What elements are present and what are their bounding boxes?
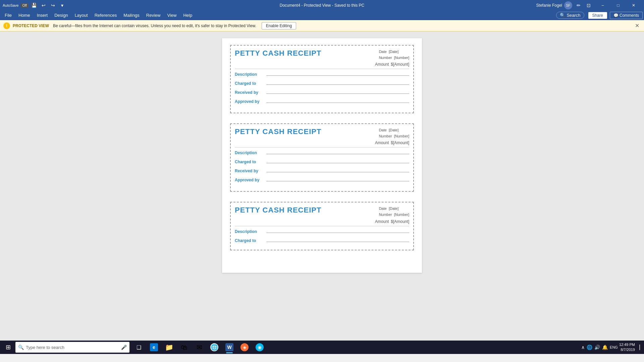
field-charged-3: Charged to <box>235 237 409 243</box>
menu-help[interactable]: Help <box>180 11 196 19</box>
amount-label-1: Amount <box>375 62 389 67</box>
store-icon: 🛍 <box>180 343 188 351</box>
number-label-3: Number <box>379 212 392 218</box>
menu-view[interactable]: View <box>164 11 180 19</box>
receipt-3-title: PETTY CASH RECEIPT <box>235 206 321 215</box>
receipt-2-amount: Amount $[Amount] <box>235 140 409 147</box>
approved-label-2: Approved by <box>235 178 265 182</box>
receipt-3: PETTY CASH RECEIPT Date [Date] Number [N… <box>230 202 414 250</box>
description-label-3: Description <box>235 229 265 234</box>
date-label-1: Date <box>379 49 387 55</box>
start-button[interactable]: ⊞ <box>1 341 15 354</box>
microphone-icon: 🎤 <box>121 345 127 350</box>
task-view-btn[interactable]: ❑ <box>131 341 146 354</box>
number-label-1: Number <box>379 55 392 61</box>
enable-editing-button[interactable]: Enable Editing <box>262 22 296 29</box>
chrome-icon: 🌐 <box>210 343 218 351</box>
charged-line-2 <box>266 159 409 163</box>
title-bar: AutoSave Off 💾 ↩ ↪ ▾ Document4 - Protect… <box>0 0 644 11</box>
comments-button[interactable]: 💬 Comments <box>610 12 643 19</box>
redo-icon[interactable]: ↪ <box>49 2 57 9</box>
word-btn[interactable]: W <box>222 341 237 354</box>
time-display: 12:49 PM <box>619 342 635 347</box>
protected-message: Be careful—files from the Internet can c… <box>53 23 256 28</box>
received-label-1: Received by <box>235 90 265 95</box>
protected-close-button[interactable]: ✕ <box>634 22 641 29</box>
description-line-3 <box>266 228 409 233</box>
description-line-1 <box>266 71 409 76</box>
field-description-2: Description <box>235 149 409 155</box>
taskbar-search-box[interactable]: 🔍 Type here to search 🎤 <box>15 342 129 353</box>
receipt-1-title: PETTY CASH RECEIPT <box>235 49 321 58</box>
receipt-1-header: PETTY CASH RECEIPT Date [Date] Number [N… <box>235 49 409 61</box>
menu-bar: File Home Insert Design Layout Reference… <box>0 11 644 20</box>
receipt-3-meta: Date [Date] Number [Number] <box>379 206 409 218</box>
clock[interactable]: 12:49 PM 8/7/2019 <box>619 342 635 353</box>
volume-icon[interactable]: 🔊 <box>594 345 600 350</box>
menu-file[interactable]: File <box>1 11 15 19</box>
amount-value-1: $[Amount] <box>391 62 409 67</box>
notification-icon[interactable]: 🔔 <box>602 345 608 350</box>
restore-button[interactable]: □ <box>610 0 626 11</box>
charged-line-3 <box>266 237 409 242</box>
save-icon[interactable]: 💾 <box>31 2 38 9</box>
explorer-icon: 📁 <box>165 343 173 351</box>
minimize-button[interactable]: – <box>595 0 610 11</box>
date-value-3: [Date] <box>389 206 398 212</box>
date-display: 8/7/2019 <box>619 347 635 352</box>
number-label-2: Number <box>379 133 392 139</box>
taskbar: ⊞ 🔍 Type here to search 🎤 ❑ e 📁 🛍 ✉ 🌐 W … <box>0 341 644 354</box>
menu-mailings[interactable]: Mailings <box>120 11 143 19</box>
field-approved-1: Approved by <box>235 98 409 104</box>
charged-label-3: Charged to <box>235 238 265 243</box>
edge-btn[interactable]: e <box>147 341 161 354</box>
taskbar-right: ∧ 🌐 🔊 🔔 ENG 12:49 PM 8/7/2019 ▕ <box>581 342 643 353</box>
date-label-2: Date <box>379 127 387 133</box>
explorer-btn[interactable]: 📁 <box>162 341 176 354</box>
receipt-2-fields: Description Charged to Received by Appro… <box>235 147 409 188</box>
close-button[interactable]: ✕ <box>626 0 641 11</box>
approved-line-1 <box>266 98 409 103</box>
field-description-3: Description <box>235 228 409 234</box>
language-label: ENG <box>610 345 618 349</box>
amount-value-2: $[Amount] <box>391 140 409 145</box>
store-btn[interactable]: 🛍 <box>177 341 192 354</box>
edit-icon[interactable]: ✏ <box>575 2 582 9</box>
mail-btn[interactable]: ✉ <box>192 341 207 354</box>
customize-icon[interactable]: ▾ <box>59 2 66 9</box>
show-desktop-btn[interactable]: ▕ <box>636 345 640 350</box>
taskbar-apps: ❑ e 📁 🛍 ✉ 🌐 W ◈ ◉ <box>131 341 267 354</box>
window-controls: – □ ✕ <box>595 0 641 11</box>
menu-design[interactable]: Design <box>51 11 71 19</box>
menu-home[interactable]: Home <box>15 11 34 19</box>
app1-btn[interactable]: ◈ <box>237 341 252 354</box>
date-value-1: [Date] <box>389 49 398 55</box>
charged-label-1: Charged to <box>235 81 265 86</box>
share-button[interactable]: Share <box>588 12 607 19</box>
app2-btn[interactable]: ◉ <box>252 341 267 354</box>
amount-value-3: $[Amount] <box>391 219 409 224</box>
receipt-2: PETTY CASH RECEIPT Date [Date] Number [N… <box>230 123 414 192</box>
autosave-label: AutoSave <box>3 3 19 7</box>
menu-references[interactable]: References <box>91 11 120 19</box>
number-value-1: [Number] <box>394 55 409 61</box>
taskbar-search-text: Type here to search <box>26 345 64 350</box>
menu-review[interactable]: Review <box>143 11 164 19</box>
ribbon-search[interactable]: 🔍 Search <box>556 12 584 19</box>
menu-layout[interactable]: Layout <box>71 11 91 19</box>
menu-insert[interactable]: Insert <box>34 11 51 19</box>
network-icon[interactable]: 🌐 <box>587 345 592 350</box>
chevron-up-icon[interactable]: ∧ <box>581 345 585 350</box>
receipt-2-title: PETTY CASH RECEIPT <box>235 127 321 136</box>
undo-icon[interactable]: ↩ <box>40 2 47 9</box>
search-icon: 🔍 <box>560 13 565 18</box>
autosave-badge[interactable]: Off <box>21 3 29 8</box>
present-icon[interactable]: ⊡ <box>585 2 592 9</box>
receipt-2-header: PETTY CASH RECEIPT Date [Date] Number [N… <box>235 127 409 139</box>
protected-view-bar: ! PROTECTED VIEW Be careful—files from t… <box>0 20 644 32</box>
chrome-btn[interactable]: 🌐 <box>207 341 222 354</box>
avatar: SF <box>564 1 572 9</box>
search-icon: 🔍 <box>18 345 24 350</box>
field-received-1: Received by <box>235 89 409 95</box>
user-area[interactable]: Stefanie Fogel SF <box>536 1 572 9</box>
